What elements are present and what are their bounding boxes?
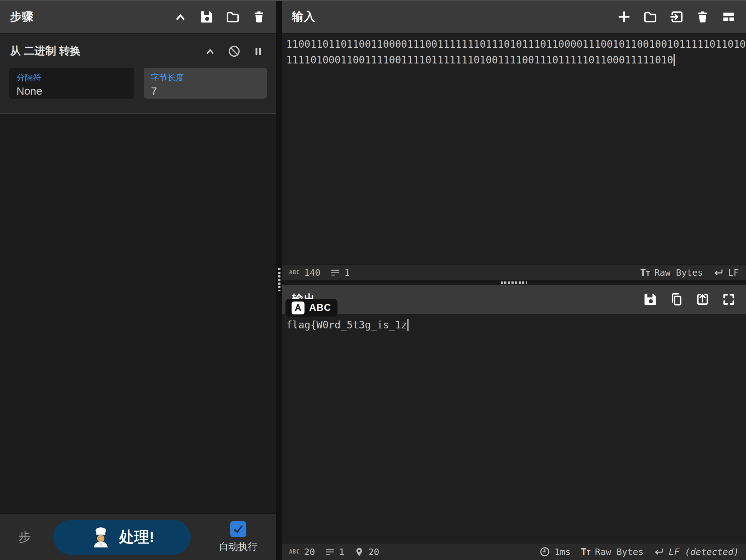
bake-time-value: 1ms (554, 547, 571, 557)
output-char-count-value: 20 (304, 547, 315, 557)
output-cursor-position-value: 20 (368, 547, 379, 557)
input-line-count: 1 (330, 267, 350, 278)
maximize-output-icon[interactable] (722, 292, 736, 307)
clear-recipe-trash-icon[interactable] (252, 10, 266, 24)
io-column: 输入 (282, 1, 746, 560)
recipe-panel: 步骤 (0, 1, 276, 560)
step-button[interactable]: 步 (19, 529, 31, 545)
operation-icons (203, 44, 265, 58)
collapse-recipe-icon[interactable] (173, 10, 188, 24)
input-line-count-value: 1 (344, 267, 350, 278)
return-eol-icon (653, 546, 664, 557)
collapse-operation-icon[interactable] (203, 44, 217, 58)
output-line-count: 1 (325, 547, 344, 557)
bake-time: 1ms (539, 546, 571, 557)
output-eol-value: LF (detected) (669, 547, 739, 557)
output-status-right: 1ms TT Raw Bytes LF (detected) (539, 546, 739, 557)
disable-operation-icon[interactable] (227, 44, 241, 58)
operation-title: 从 二进制 转换 (10, 44, 81, 58)
breakpoint-pause-icon[interactable] (251, 44, 265, 58)
byte-length-value: 7 (151, 85, 260, 97)
output-editor[interactable]: flag{W0rd_5t3g_is_1z (282, 314, 746, 543)
input-header: 输入 (282, 1, 746, 34)
auto-bake-control: 自动执行 (219, 521, 258, 553)
column-splitter-handle[interactable] (278, 268, 280, 291)
output-eol[interactable]: LF (detected) (653, 546, 739, 557)
delimiter-value: None (16, 85, 127, 97)
column-splitter[interactable] (276, 1, 282, 560)
input-panel: 输入 (282, 1, 746, 280)
recipe-header-icons (173, 10, 266, 24)
operation-header: 从 二进制 转换 (0, 34, 276, 62)
delimiter-dropdown[interactable]: 分隔符 None (9, 68, 134, 99)
input-tabs-layout-icon[interactable] (722, 10, 736, 24)
input-source-popup: A ABC (285, 299, 337, 317)
chars-icon: ABC (289, 549, 300, 555)
output-header-icons (643, 292, 736, 307)
save-output-icon[interactable] (643, 292, 657, 307)
chars-icon: ABC (289, 269, 300, 276)
input-status-bar: ABC 140 1 TT Raw Bytes (282, 264, 746, 280)
text-encoding-icon: TT (581, 546, 591, 557)
output-panel: 输出 (282, 285, 746, 560)
return-eol-icon (713, 267, 724, 278)
bake-button-label: 处理! (119, 527, 154, 547)
recipe-title: 步骤 (10, 9, 34, 25)
open-file-folder-icon[interactable] (643, 10, 657, 24)
byte-length-label: 字节长度 (151, 72, 260, 83)
operation-args: 分隔符 None 字节长度 7 (0, 62, 276, 113)
copy-output-icon[interactable] (669, 292, 684, 307)
input-eol[interactable]: LF (713, 267, 739, 278)
operation-from-binary[interactable]: 从 二进制 转换 分隔符 None (0, 34, 276, 114)
byte-length-input[interactable]: 字节长度 7 (144, 68, 267, 99)
location-pin-icon (354, 547, 364, 557)
clock-icon (539, 546, 550, 557)
input-header-icons (617, 10, 736, 24)
input-text: 1100110110110011000011100111111101110101… (286, 38, 746, 66)
input-encoding-value: Raw Bytes (654, 267, 703, 278)
lines-icon (330, 268, 340, 277)
auto-bake-checkbox[interactable] (230, 521, 246, 537)
output-char-count: ABC 20 (289, 547, 315, 557)
input-eol-value: LF (728, 267, 739, 278)
output-text: flag{W0rd_5t3g_is_1z (286, 319, 407, 331)
output-text-cursor (407, 319, 409, 331)
input-source-label: ABC (309, 302, 331, 313)
load-recipe-folder-icon[interactable] (226, 10, 240, 24)
output-encoding[interactable]: TT Raw Bytes (581, 546, 643, 557)
open-input-icon[interactable] (669, 10, 684, 24)
auto-bake-label: 自动执行 (219, 540, 258, 553)
io-splitter-handle[interactable] (501, 281, 527, 284)
cyberchef-app: 步骤 (0, 0, 746, 560)
delimiter-label: 分隔符 (16, 72, 127, 83)
output-status-bar: ABC 20 1 20 (282, 543, 746, 560)
input-source-key-badge: A (292, 302, 304, 314)
output-header: 输出 (282, 285, 746, 314)
add-input-tab-icon[interactable] (617, 10, 631, 24)
recipe-header: 步骤 (0, 1, 276, 34)
io-splitter[interactable] (282, 280, 746, 285)
bake-button[interactable]: 处理! (53, 520, 191, 555)
move-output-to-input-icon[interactable] (695, 292, 710, 307)
text-encoding-icon: TT (640, 267, 650, 278)
clear-input-trash-icon[interactable] (695, 10, 710, 24)
output-cursor-position: 20 (354, 547, 379, 557)
input-status-right: TT Raw Bytes LF (640, 267, 739, 278)
input-encoding[interactable]: TT Raw Bytes (640, 267, 703, 278)
chef-icon (90, 526, 112, 548)
input-title: 输入 (292, 9, 316, 25)
save-recipe-icon[interactable] (199, 10, 214, 24)
recipe-list-empty-area[interactable] (0, 114, 276, 513)
input-editor[interactable]: 1100110110110011000011100111111101110101… (282, 34, 746, 264)
input-text-cursor (674, 54, 675, 66)
bake-controls-bar: 步 处理! 自动执行 (0, 513, 276, 560)
input-char-count: ABC 140 (289, 267, 320, 278)
lines-icon (325, 547, 335, 557)
output-encoding-value: Raw Bytes (595, 547, 643, 557)
input-char-count-value: 140 (304, 267, 320, 278)
output-line-count-value: 1 (339, 547, 344, 557)
